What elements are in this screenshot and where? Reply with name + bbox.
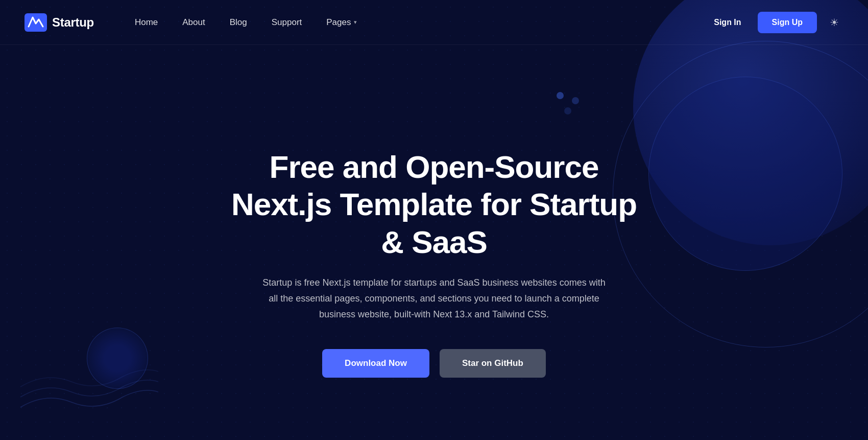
- brand-logo[interactable]: Startup: [25, 13, 94, 32]
- navbar: Startup Home About Blog Support Pages ▾ …: [0, 0, 868, 45]
- nav-pages-label: Pages: [326, 17, 351, 28]
- nav-pages[interactable]: Pages ▾: [316, 13, 367, 32]
- nav-home[interactable]: Home: [125, 13, 168, 32]
- nav-links: Home About Blog Support Pages ▾: [125, 13, 706, 32]
- nav-blog[interactable]: Blog: [220, 13, 257, 32]
- nav-support[interactable]: Support: [261, 13, 312, 32]
- nav-about[interactable]: About: [172, 13, 215, 32]
- hero-subtitle: Startup is free Next.js template for sta…: [260, 275, 608, 322]
- signup-button[interactable]: Sign Up: [758, 12, 817, 33]
- signin-button[interactable]: Sign In: [706, 14, 749, 31]
- chevron-down-icon: ▾: [354, 19, 357, 26]
- theme-toggle-button[interactable]: ☀: [825, 13, 843, 32]
- hero-title: Free and Open-Source Next.js Template fo…: [225, 148, 643, 260]
- hero-section: Free and Open-Source Next.js Template fo…: [0, 45, 868, 440]
- logo-icon: [25, 13, 47, 32]
- github-button[interactable]: Star on GitHub: [440, 349, 546, 378]
- brand-name: Startup: [52, 15, 94, 30]
- hero-buttons: Download Now Star on GitHub: [322, 349, 546, 378]
- download-button[interactable]: Download Now: [322, 349, 429, 378]
- nav-actions: Sign In Sign Up ☀: [706, 12, 843, 33]
